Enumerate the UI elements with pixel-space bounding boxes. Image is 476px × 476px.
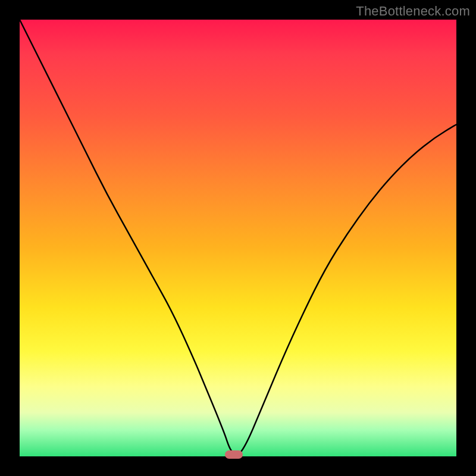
plot-area	[20, 20, 456, 456]
bottleneck-curve	[20, 20, 456, 456]
watermark-text: TheBottleneck.com	[356, 4, 470, 19]
bottleneck-marker	[225, 450, 243, 459]
chart-frame: TheBottleneck.com	[0, 0, 476, 476]
